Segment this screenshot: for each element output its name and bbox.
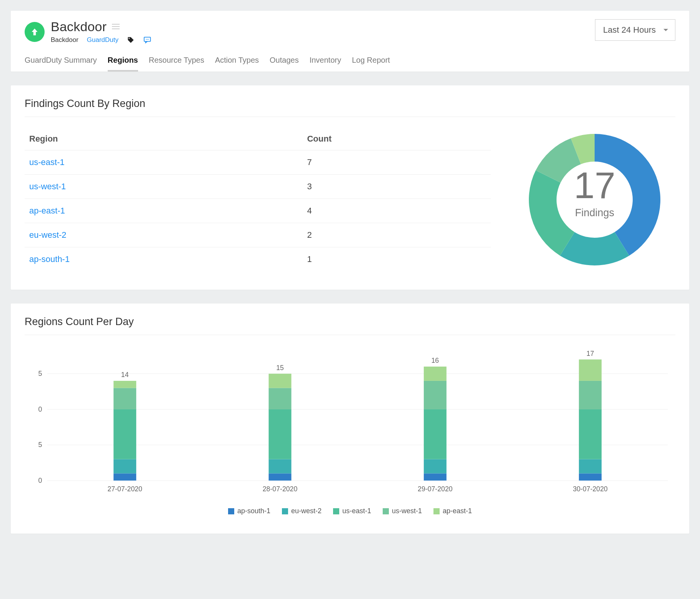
legend-item[interactable]: us-east-1 <box>333 507 371 515</box>
tab-restypes[interactable]: Resource Types <box>149 56 204 72</box>
bar-segment[interactable] <box>269 409 292 459</box>
time-range-select[interactable]: Last 24 Hours <box>595 19 675 41</box>
donut-total: 17 <box>574 164 615 206</box>
region-link[interactable]: eu-west-2 <box>29 230 67 240</box>
donut-label: Findings <box>575 207 614 219</box>
tab-acttypes[interactable]: Action Types <box>215 56 259 72</box>
col-count: Count <box>302 128 491 150</box>
bar-total: 17 <box>587 350 594 357</box>
bar-total: 16 <box>431 357 439 364</box>
region-count: 2 <box>302 223 491 247</box>
region-link[interactable]: us-west-1 <box>29 182 66 191</box>
bar-segment[interactable] <box>113 409 136 459</box>
svg-rect-1 <box>112 26 120 27</box>
findings-donut: 17Findings <box>514 128 675 271</box>
tab-outages[interactable]: Outages <box>270 56 299 72</box>
bar-segment[interactable] <box>424 381 447 409</box>
region-link[interactable]: ap-east-1 <box>29 206 65 215</box>
bar-segment[interactable] <box>269 474 292 481</box>
table-row: eu-west-22 <box>25 223 491 247</box>
region-link[interactable]: ap-south-1 <box>29 254 70 264</box>
bar-segment[interactable] <box>424 367 447 381</box>
header-card: Backdoor Backdoor GuardDuty <box>11 11 689 72</box>
breadcrumb-link[interactable]: GuardDuty <box>87 36 118 44</box>
region-count: 1 <box>302 247 491 272</box>
tab-inventory[interactable]: Inventory <box>310 56 341 72</box>
x-tick: 27-07-2020 <box>107 485 142 493</box>
x-tick: 28-07-2020 <box>263 485 298 493</box>
legend-item[interactable]: eu-west-2 <box>282 507 322 515</box>
findings-by-region-card: Findings Count By Region Region Count us… <box>11 85 689 290</box>
time-range-label: Last 24 Hours <box>603 25 656 35</box>
legend-item[interactable]: us-west-1 <box>383 507 422 515</box>
bar-segment[interactable] <box>579 381 602 409</box>
comment-icon[interactable] <box>143 36 152 44</box>
y-tick: 0 <box>38 477 42 484</box>
bar-segment[interactable] <box>113 381 136 388</box>
donut-slice[interactable] <box>529 170 575 255</box>
stacked-bar-chart: 05051427-07-20201528-07-20201629-07-2020… <box>25 344 675 515</box>
table-row: us-west-13 <box>25 175 491 199</box>
table-row: ap-east-14 <box>25 199 491 223</box>
bar-total: 14 <box>121 371 129 379</box>
panel-title: Regions Count Per Day <box>25 316 675 335</box>
menu-icon[interactable] <box>112 23 120 30</box>
y-tick: 0 <box>38 405 42 413</box>
y-tick: 5 <box>38 370 42 377</box>
bar-segment[interactable] <box>579 409 602 459</box>
tab-logreport[interactable]: Log Report <box>352 56 390 72</box>
legend-item[interactable]: ap-east-1 <box>433 507 472 515</box>
region-link[interactable]: us-east-1 <box>29 157 65 167</box>
bar-total: 15 <box>276 364 284 372</box>
legend-item[interactable]: ap-south-1 <box>228 507 270 515</box>
bar-segment[interactable] <box>269 459 292 474</box>
region-count: 7 <box>302 150 491 175</box>
tab-summary[interactable]: GuardDuty Summary <box>25 56 97 72</box>
svg-rect-0 <box>112 24 120 25</box>
bar-segment[interactable] <box>424 459 447 474</box>
x-tick: 30-07-2020 <box>573 485 608 493</box>
tab-regions[interactable]: Regions <box>108 56 138 72</box>
x-tick: 29-07-2020 <box>418 485 453 493</box>
bar-segment[interactable] <box>113 459 136 474</box>
bar-segment[interactable] <box>579 359 602 381</box>
status-up-icon <box>25 22 45 42</box>
col-region: Region <box>25 128 302 150</box>
region-table: Region Count us-east-17us-west-13ap-east… <box>25 128 491 271</box>
panel-title: Findings Count By Region <box>25 98 675 117</box>
bar-segment[interactable] <box>269 388 292 409</box>
svg-rect-2 <box>112 28 120 29</box>
region-count: 4 <box>302 199 491 223</box>
table-row: ap-south-11 <box>25 247 491 272</box>
breadcrumb-root: Backdoor <box>51 36 78 44</box>
page-title: Backdoor <box>51 19 107 34</box>
table-row: us-east-17 <box>25 150 491 175</box>
tag-icon[interactable] <box>127 36 135 44</box>
breadcrumb: Backdoor GuardDuty <box>51 36 675 44</box>
bar-segment[interactable] <box>424 409 447 459</box>
regions-per-day-card: Regions Count Per Day 05051427-07-202015… <box>11 304 689 534</box>
region-count: 3 <box>302 175 491 199</box>
bar-segment[interactable] <box>579 474 602 481</box>
y-tick: 5 <box>38 441 42 449</box>
bar-segment[interactable] <box>113 388 136 409</box>
tabs: GuardDuty SummaryRegionsResource TypesAc… <box>25 56 675 72</box>
bar-segment[interactable] <box>579 459 602 474</box>
bar-segment[interactable] <box>113 474 136 481</box>
bar-segment[interactable] <box>424 474 447 481</box>
svg-point-3 <box>129 38 130 39</box>
bar-segment[interactable] <box>269 374 292 388</box>
